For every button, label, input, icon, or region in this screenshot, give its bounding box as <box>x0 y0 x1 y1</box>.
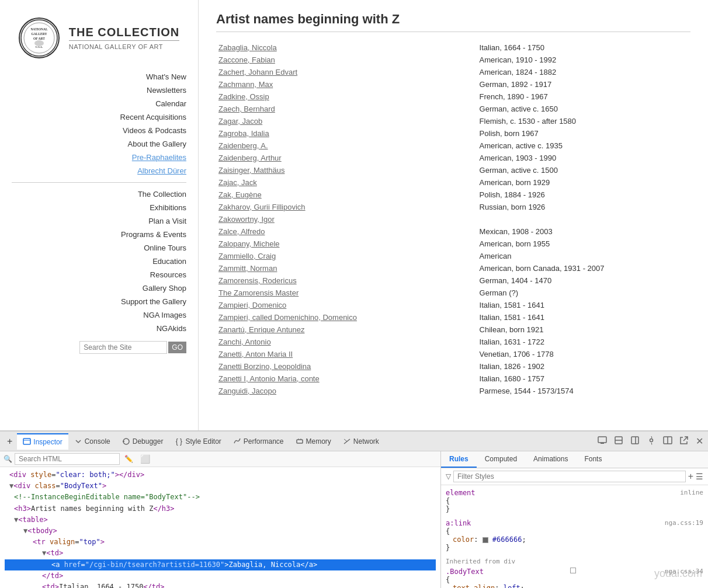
html-line-highlighted[interactable]: <a href="/cgi-bin/tsearch?artistid=11630… <box>5 559 436 570</box>
devtools-settings-btn[interactable] <box>644 433 658 449</box>
tab-debugger[interactable]: Debugger <box>116 434 169 449</box>
sidebar-item-exhibitions[interactable]: Exhibitions <box>12 201 186 214</box>
color-swatch[interactable] <box>483 537 488 543</box>
sidebar-item-recent-acquisitions[interactable]: Recent Acquisitions <box>12 110 186 124</box>
devtools-popout-btn[interactable] <box>677 433 691 449</box>
artist-link[interactable]: Zanetti I, Antonio Maria, conte <box>218 374 320 383</box>
tab-style-editor[interactable]: { } Style Editor <box>169 434 227 449</box>
sidebar-item-ngakids[interactable]: NGAkids <box>12 322 186 335</box>
bodytext-checkbox[interactable] <box>570 568 576 573</box>
sidebar-item-plan-visit[interactable]: Plan a Visit <box>12 214 186 228</box>
artist-link[interactable]: Zachmann, Max <box>218 80 273 89</box>
sidebar-item-videos[interactable]: Videos & Podcasts <box>12 124 186 137</box>
artist-link[interactable]: Zammitt, Norman <box>218 264 277 273</box>
artist-link[interactable]: The Zamorensis Master <box>218 288 299 297</box>
search-submit-button[interactable]: GO <box>168 342 186 353</box>
tab-network[interactable]: Network <box>337 434 385 449</box>
rule-brace-close2: } <box>446 544 450 552</box>
artist-link[interactable]: Zalce, Alfredo <box>218 227 265 236</box>
filter-styles-input[interactable] <box>453 471 686 482</box>
sidebar-item-whats-new[interactable]: What's New <box>12 70 186 83</box>
tab-rules[interactable]: Rules <box>441 451 477 468</box>
add-layer-btn[interactable]: ☰ <box>696 472 703 481</box>
artist-link[interactable]: Zagroba, Idalia <box>218 129 269 138</box>
artist-name-cell: Zampieri, called Domenichino, Domenico <box>216 311 477 323</box>
devtools-close-btn[interactable]: ✕ <box>693 433 706 449</box>
table-row: Zanetti I, Antonio Maria, conteItalian, … <box>216 373 690 385</box>
devtools-dock-btn[interactable] <box>612 433 626 449</box>
sidebar-item-education[interactable]: Education <box>12 255 186 268</box>
artist-link[interactable]: Zamorensis, Rodericus <box>218 276 297 285</box>
devtools-new-element-btn[interactable]: + <box>2 434 17 449</box>
tab-performance[interactable]: Performance <box>227 434 290 449</box>
devtools-panel: + Inspector Console Debugger { } <box>0 430 708 588</box>
table-row: Zakharov, Gurii FillipovichRussian, born… <box>216 201 690 213</box>
artist-link[interactable]: Zanetti Borzino, Leopoldina <box>218 362 311 371</box>
html-line: <td>Italian, 1664 - 1750</td> <box>5 582 436 588</box>
sidebar-item-support[interactable]: Support the Gallery <box>12 295 186 308</box>
devtools-html-panel: 🔍 ✏️ ⬜ <div style="clear: both;"></div> … <box>0 451 441 588</box>
rule-selector-element: element <box>446 489 476 497</box>
page-title: Artist names beginning with Z <box>216 12 690 32</box>
tab-console[interactable]: Console <box>68 434 116 449</box>
sidebar-item-online-tours[interactable]: Online Tours <box>12 241 186 255</box>
artist-link[interactable]: Zadkine, Ossip <box>218 92 269 101</box>
artist-link[interactable]: Zaidenberg, A. <box>218 141 268 150</box>
artist-link[interactable]: Zagar, Jacob <box>218 117 262 126</box>
search-html-input[interactable] <box>15 453 120 465</box>
artist-link[interactable]: Zaidenberg, Arthur <box>218 154 282 162</box>
svg-rect-20 <box>631 437 638 444</box>
artist-link[interactable]: Zakowortny, Igor <box>218 215 275 224</box>
artist-name-cell: Zalce, Alfredo <box>216 225 477 238</box>
artist-link[interactable]: Zanguidi, Jacopo <box>218 387 276 395</box>
artist-link[interactable]: Zalopany, Michele <box>218 239 280 248</box>
artist-link[interactable]: Zampieri, called Domenichino, Domenico <box>218 313 357 322</box>
sidebar-item-programs[interactable]: Programs & Events <box>12 228 186 241</box>
artist-link[interactable]: Zajac, Jack <box>218 178 257 187</box>
tab-inspector[interactable]: Inspector <box>17 433 68 450</box>
artist-link[interactable]: Zachert, Johann Edvart <box>218 68 297 76</box>
sidebar-item-newsletters[interactable]: Newsletters <box>12 83 186 97</box>
network-icon <box>343 437 351 446</box>
artist-link[interactable]: Zaisinger, Matthäus <box>218 166 284 175</box>
devtools-responsive-btn[interactable] <box>595 433 609 449</box>
tab-animations[interactable]: Animations <box>525 451 576 468</box>
sidebar-item-gallery-shop[interactable]: Gallery Shop <box>12 281 186 295</box>
svg-point-22 <box>650 439 653 442</box>
html-pencil-btn[interactable]: ✏️ <box>122 454 136 464</box>
artist-name-cell: Zakowortny, Igor <box>216 213 477 225</box>
sidebar-item-calendar[interactable]: Calendar <box>12 97 186 110</box>
artist-link[interactable]: Zanchi, Antonio <box>218 338 271 346</box>
debugger-icon <box>122 437 130 446</box>
sidebar-item-nga-images[interactable]: NGA Images <box>12 308 186 322</box>
devtools-dock-right-btn[interactable] <box>628 433 642 449</box>
devtools-split-btn[interactable] <box>661 433 675 449</box>
sidebar-item-the-collection[interactable]: The Collection <box>12 187 186 201</box>
artist-name-cell: Zadkine, Ossip <box>216 91 477 103</box>
artist-link[interactable]: Zak, Eugène <box>218 190 262 199</box>
artist-link[interactable]: Zaccone, Fabian <box>218 55 275 64</box>
html-screenshot-btn[interactable]: ⬜ <box>138 453 152 465</box>
artist-nationality-cell: Italian, 1680 - 1757 <box>477 373 690 385</box>
artist-table: Zabaglia, NiccolaItalian, 1664 - 1750Zac… <box>216 41 690 397</box>
sidebar-item-pre-raphaelites[interactable]: Pre-Raphaelites <box>12 151 186 164</box>
artist-link[interactable]: Zaech, Bernhard <box>218 105 275 113</box>
artist-link[interactable]: Zammiello, Craig <box>218 252 276 260</box>
search-input[interactable] <box>79 341 167 354</box>
tab-computed[interactable]: Computed <box>477 451 525 468</box>
artist-name-cell: Zanchi, Antonio <box>216 336 477 348</box>
artist-link[interactable]: Zanartú, Enrique Antunez <box>218 325 304 334</box>
tab-fonts[interactable]: Fonts <box>576 451 610 468</box>
rule-prop-color: color: #666666; <box>446 535 703 544</box>
sidebar-logo: NATIONAL GALLERY OF ART U.S.A. THE COLLE… <box>0 12 198 70</box>
sidebar-item-albrecht-durer[interactable]: Albrecht Dürer <box>12 164 186 178</box>
sidebar-item-resources[interactable]: Resources <box>12 268 186 281</box>
tab-memory[interactable]: Memory <box>290 434 337 449</box>
artist-link[interactable]: Zabaglia, Niccola <box>218 43 277 52</box>
sidebar-item-about[interactable]: About the Gallery <box>12 137 186 151</box>
artist-link[interactable]: Zampieri, Domenico <box>218 301 286 309</box>
artist-link[interactable]: Zakharov, Gurii Fillipovich <box>218 203 306 211</box>
artist-link[interactable]: Zanetti, Anton Maria II <box>218 350 293 359</box>
add-rule-btn[interactable]: + <box>688 471 693 482</box>
artist-nationality-cell: German, active c. 1500 <box>477 164 690 176</box>
